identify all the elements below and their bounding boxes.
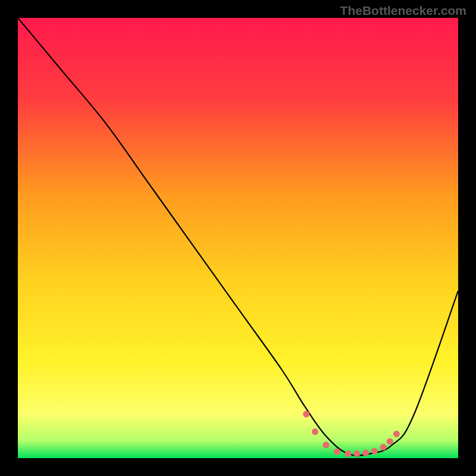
marker-dot bbox=[323, 441, 330, 448]
marker-dot bbox=[393, 431, 400, 437]
marker-dot bbox=[345, 450, 352, 457]
marker-dot bbox=[380, 444, 387, 450]
plot-area bbox=[18, 18, 458, 458]
marker-dot bbox=[334, 448, 340, 455]
marker-dot bbox=[303, 411, 309, 418]
marker-dot bbox=[362, 450, 369, 456]
marker-dot bbox=[312, 428, 318, 435]
chart-svg bbox=[18, 18, 458, 458]
marker-dot bbox=[371, 448, 378, 455]
marker-dot bbox=[387, 438, 393, 444]
gradient-background bbox=[18, 18, 458, 458]
chart-container: TheBottlenecker.com bbox=[0, 0, 476, 476]
watermark-text: TheBottlenecker.com bbox=[340, 4, 466, 18]
marker-dot bbox=[353, 450, 360, 457]
